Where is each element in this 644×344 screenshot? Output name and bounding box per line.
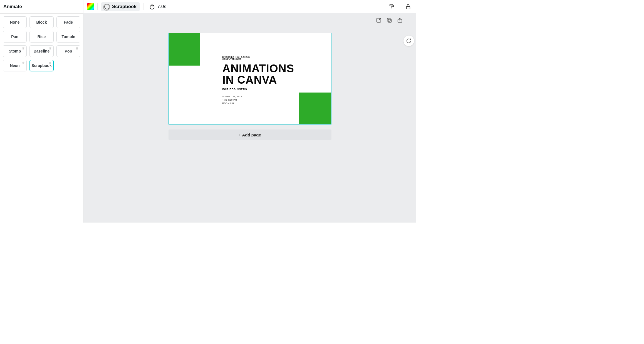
paint-roller-icon	[389, 4, 395, 10]
toolbar-separator	[400, 3, 400, 10]
animation-option-block[interactable]: Block	[29, 16, 53, 28]
toolbar-separator	[97, 3, 98, 10]
animation-option-rise[interactable]: Rise	[29, 31, 53, 43]
animation-option-fade[interactable]: Fade	[56, 16, 80, 28]
slide-title: ANIMATIONSIN CANVA	[222, 63, 294, 86]
svg-rect-5	[388, 19, 391, 22]
top-toolbar: Scrapbook 7.0s	[83, 0, 416, 13]
animation-option-stomp[interactable]: ♕Stomp	[3, 45, 27, 57]
animation-option-scrapbook[interactable]: ♕Scrapbook	[29, 60, 53, 71]
crown-icon: ♕	[22, 61, 25, 65]
duration-value: 7.0s	[157, 4, 166, 9]
copy-style-button[interactable]	[387, 2, 397, 11]
animation-option-pop[interactable]: ♕Pop	[56, 45, 80, 57]
animation-option-baseline[interactable]: ♕Baseline	[29, 45, 53, 57]
animation-option-none[interactable]: None	[3, 16, 27, 28]
green-square-bottom-right[interactable]	[299, 93, 331, 124]
upload-page-icon[interactable]	[397, 17, 403, 23]
crown-icon: ♕	[76, 47, 78, 50]
animation-option-neon[interactable]: ♕Neon	[3, 60, 27, 71]
background-color-picker[interactable]	[87, 3, 94, 10]
main-area: Scrapbook 7.0s	[83, 0, 416, 223]
animation-option-tumble[interactable]: Tumble	[56, 31, 80, 43]
crown-icon: ♕	[49, 61, 51, 65]
duration-control[interactable]: 7.0s	[147, 3, 169, 11]
sidebar-header: Animate	[0, 0, 83, 14]
animation-options-grid: None Block Fade Pan Rise Tumble ♕Stomp ♕…	[0, 14, 83, 74]
svg-rect-6	[387, 18, 390, 21]
stopwatch-icon	[149, 4, 155, 10]
sidebar-title: Animate	[3, 4, 80, 9]
animation-icon	[104, 4, 110, 9]
canvas-area[interactable]: RIVERSIDE HIGH SCHOOLCOMPUTER CLUB ANIMA…	[83, 13, 416, 223]
unlock-icon	[405, 4, 411, 10]
animation-option-pan[interactable]: Pan	[3, 31, 27, 43]
crown-icon: ♕	[22, 47, 25, 50]
comment-add-icon	[406, 38, 412, 44]
slide-text-block[interactable]: RIVERSIDE HIGH SCHOOLCOMPUTER CLUB ANIMA…	[222, 56, 294, 105]
duplicate-page-icon[interactable]	[386, 17, 392, 23]
svg-rect-1	[390, 4, 393, 6]
slide-details: AUGUST 29, 20184:30-6:00 PMROOM 204	[222, 95, 294, 105]
add-page-button[interactable]: + Add page	[169, 129, 331, 140]
page-actions	[376, 17, 403, 23]
lock-button[interactable]	[403, 2, 413, 11]
slide-page[interactable]: RIVERSIDE HIGH SCHOOLCOMPUTER CLUB ANIMA…	[169, 33, 331, 124]
svg-rect-2	[391, 7, 392, 9]
crown-icon: ♕	[49, 47, 52, 50]
toolbar-separator	[143, 3, 143, 10]
animation-dropdown[interactable]: Scrapbook	[101, 2, 140, 11]
svg-rect-3	[407, 6, 410, 9]
animation-dropdown-label: Scrapbook	[112, 4, 137, 9]
slide-container: RIVERSIDE HIGH SCHOOLCOMPUTER CLUB ANIMA…	[169, 33, 331, 140]
slide-org-name: RIVERSIDE HIGH SCHOOLCOMPUTER CLUB	[222, 56, 294, 60]
slide-subtitle: FOR BEGINNERS	[222, 88, 294, 91]
comment-button[interactable]	[403, 36, 414, 46]
notes-icon[interactable]	[376, 17, 382, 23]
green-square-top-left[interactable]	[169, 33, 200, 66]
animate-sidebar: Animate None Block Fade Pan Rise Tumble …	[0, 0, 83, 223]
